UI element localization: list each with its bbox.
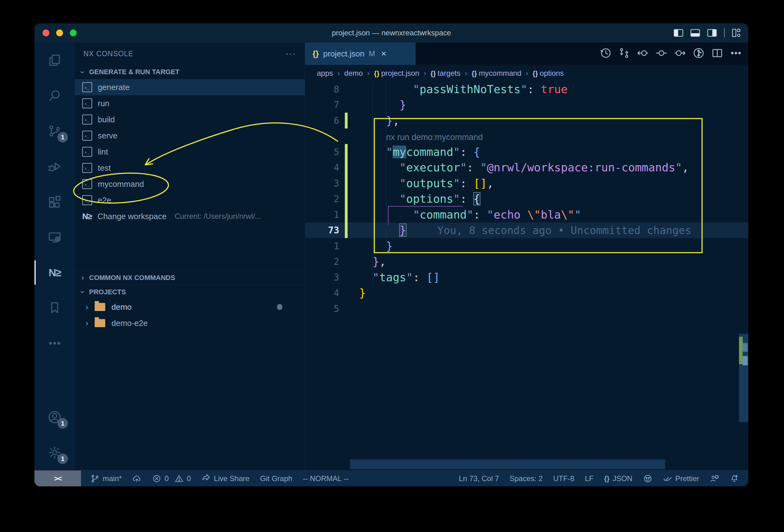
target-item-mycommand[interactable]: ›_mycommand xyxy=(75,176,305,192)
code-line: 1 "command": "echo \"bla\"" xyxy=(305,207,748,223)
vertical-scrollbar[interactable] xyxy=(739,334,748,422)
change-marks xyxy=(739,337,743,364)
section-common-nx-commands[interactable]: › COMMON NX COMMANDS xyxy=(75,270,305,285)
double-check-icon xyxy=(663,474,672,483)
breadcrumb-item-targets[interactable]: {}targets xyxy=(430,69,460,78)
project-label: demo xyxy=(111,302,132,312)
scm-graph-icon[interactable] xyxy=(693,47,705,60)
tab-label: project.json xyxy=(323,49,364,59)
remote-explorer-activity-icon[interactable] xyxy=(34,219,75,255)
status-item-live-share[interactable]: Live Share xyxy=(201,474,250,483)
status-item-bell-dot[interactable] xyxy=(730,474,739,483)
breadcrumb-item-project-json[interactable]: {}project.json xyxy=(374,69,419,78)
change-bar xyxy=(345,160,347,176)
target-item-generate[interactable]: ›_generate xyxy=(75,79,305,95)
code-text: "outputs": [], xyxy=(359,177,494,190)
target-item-run[interactable]: ›_run xyxy=(75,95,305,111)
breadcrumb-separator: › xyxy=(424,69,426,78)
status-item-lf[interactable]: LF xyxy=(585,474,593,483)
status-item-git-graph[interactable]: Git Graph xyxy=(260,474,292,483)
breadcrumb-item-mycommand[interactable]: {}mycommand xyxy=(472,69,522,78)
gutter xyxy=(339,223,359,239)
json-braces-icon: {} xyxy=(472,69,477,77)
editor-actions xyxy=(599,43,742,65)
status-item-prettier[interactable]: Prettier xyxy=(663,474,699,483)
line-number: 73 xyxy=(305,225,339,235)
status-item-0[interactable]: 00 xyxy=(152,474,191,483)
status-label: Ln 73, Col 7 xyxy=(459,474,499,483)
breadcrumb: apps›demo›{}project.json›{}targets›{}myc… xyxy=(305,65,748,81)
line-number: 4 xyxy=(305,287,339,298)
tab-close-icon[interactable]: × xyxy=(381,49,386,59)
code-line: 73 }You, 8 seconds ago • Uncommitted cha… xyxy=(305,223,748,239)
target-item-lint[interactable]: ›_lint xyxy=(75,144,305,160)
breadcrumb-item-demo[interactable]: demo xyxy=(344,69,363,78)
gutter xyxy=(339,175,359,191)
breadcrumb-item-apps[interactable]: apps xyxy=(317,69,333,78)
change-workspace-item[interactable]: N≥Change workspaceCurrent: /Users/juri/n… xyxy=(75,208,305,224)
account-activity-icon[interactable]: 1 xyxy=(34,399,75,435)
chevron-collapsed-icon[interactable]: › xyxy=(83,302,90,312)
source-control-activity-icon[interactable]: 1 xyxy=(34,113,75,149)
target-item-build[interactable]: ›_build xyxy=(75,111,305,128)
toggle-right-panel-icon[interactable] xyxy=(707,29,717,37)
previous-change-icon[interactable] xyxy=(637,47,649,60)
target-label: generate xyxy=(98,83,130,92)
nx-console-activity-icon[interactable]: N≥ xyxy=(34,255,75,290)
customize-layout-icon[interactable] xyxy=(732,29,740,37)
status-label: Live Share xyxy=(214,474,250,483)
breadcrumb-item-options[interactable]: {}options xyxy=(533,69,564,78)
status-left: main*00Live ShareGit Graph-- NORMAL -- xyxy=(81,474,449,483)
breadcrumb-separator: › xyxy=(465,69,467,78)
status-item-octoface[interactable] xyxy=(643,474,652,483)
search-activity-icon[interactable] xyxy=(34,78,75,113)
codelens-run-command[interactable]: nx run demo:mycommand xyxy=(386,133,483,142)
json-braces-icon: {} xyxy=(533,69,538,77)
octoface-icon xyxy=(643,474,652,483)
toggle-bottom-panel-icon[interactable] xyxy=(691,29,700,37)
compare-changes-icon[interactable] xyxy=(618,47,631,60)
extensions-activity-icon[interactable] xyxy=(34,184,75,219)
status-item-normal[interactable]: -- NORMAL -- xyxy=(303,474,348,483)
chevron-collapsed-icon[interactable]: › xyxy=(83,318,90,328)
terminal-icon: ›_ xyxy=(82,82,92,92)
status-item-utf-8[interactable]: UTF-8 xyxy=(553,474,574,483)
section-generate-run-target[interactable]: › GENERATE & RUN TARGET xyxy=(75,65,305,79)
nx-icon: N≥ xyxy=(82,212,92,221)
status-item-cloud-upload[interactable] xyxy=(132,474,142,483)
code-editor[interactable]: 8 "passWithNoTests": true7 }6 }, nx run … xyxy=(305,81,748,470)
code-line: 7 } xyxy=(305,97,748,113)
more-actions-icon[interactable] xyxy=(730,47,742,60)
project-item-demo-e2e[interactable]: ›demo-e2e xyxy=(75,315,305,331)
status-item-json[interactable]: {}JSON xyxy=(604,474,633,483)
window-title: project.json — newnxreactwrkspace xyxy=(34,29,748,37)
timeline-history-icon[interactable] xyxy=(599,47,612,60)
terminal-icon: ›_ xyxy=(82,163,92,173)
status-item-feedback[interactable] xyxy=(710,474,719,483)
more-activity-icon[interactable] xyxy=(34,326,75,361)
sidebar-more-actions-icon[interactable]: ··· xyxy=(285,49,296,59)
status-item-spaces-2[interactable]: Spaces: 2 xyxy=(510,474,543,483)
project-item-demo[interactable]: ›demo xyxy=(75,299,305,315)
next-change-icon[interactable] xyxy=(674,47,686,60)
target-item-serve[interactable]: ›_serve xyxy=(75,128,305,144)
run-debug-activity-icon[interactable] xyxy=(34,149,75,184)
bell-dot-icon xyxy=(730,474,739,483)
split-editor-icon[interactable] xyxy=(711,47,724,60)
target-item-test[interactable]: ›_test xyxy=(75,160,305,176)
toggle-left-panel-icon[interactable] xyxy=(674,29,683,37)
status-item-ln-73-col-7[interactable]: Ln 73, Col 7 xyxy=(459,474,499,483)
horizontal-scrollbar[interactable] xyxy=(350,459,665,469)
settings-gear-activity-icon[interactable]: 1 xyxy=(34,435,75,470)
titlebar-separator xyxy=(724,28,725,37)
bookmarks-activity-icon[interactable] xyxy=(34,290,75,326)
section-projects[interactable]: › PROJECTS xyxy=(75,285,305,299)
tab-project-json[interactable]: {} project.json M × xyxy=(305,43,416,65)
change-icon[interactable] xyxy=(655,47,668,60)
files-activity-icon[interactable] xyxy=(34,43,75,78)
section-label: COMMON NX COMMANDS xyxy=(89,274,175,282)
status-item-main[interactable]: main* xyxy=(90,474,122,483)
status-label: main* xyxy=(103,474,122,483)
remote-indicator[interactable]: >< xyxy=(34,471,81,486)
target-item-e2e[interactable]: ›_e2e xyxy=(75,192,305,208)
